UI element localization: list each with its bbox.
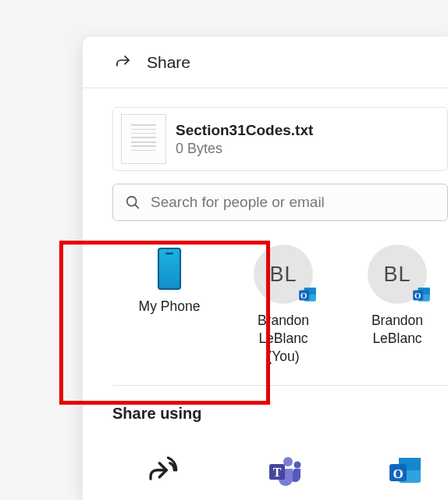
avatar-initials: BL bbox=[383, 262, 411, 287]
avatar: BL O bbox=[254, 245, 313, 304]
share-targets: My Phone BL O Brandon LeBlanc (You) bbox=[112, 245, 448, 386]
share-apps: T O bbox=[112, 451, 448, 493]
outlook-badge-icon: O bbox=[297, 284, 318, 305]
search-field[interactable] bbox=[112, 184, 448, 221]
share-target-label: Brandon LeBlanc (You) bbox=[248, 312, 318, 365]
avatar-initials: BL bbox=[269, 262, 297, 287]
svg-text:T: T bbox=[273, 466, 282, 479]
file-size: 0 Bytes bbox=[176, 141, 313, 157]
app-nearby-sharing[interactable] bbox=[144, 451, 186, 493]
svg-point-11 bbox=[294, 462, 301, 469]
file-name: Section31Codes.txt bbox=[176, 122, 313, 139]
share-dialog: Share Section31Codes.txt 0 Bytes bbox=[83, 37, 448, 500]
svg-point-10 bbox=[283, 457, 293, 466]
outlook-badge-icon: O bbox=[411, 284, 432, 305]
share-target-label: My Phone bbox=[139, 298, 201, 316]
teams-icon: T bbox=[266, 453, 304, 491]
titlebar: Share bbox=[83, 37, 448, 88]
svg-text:O: O bbox=[393, 466, 403, 481]
share-using-heading: Share using bbox=[112, 405, 448, 423]
outlook-icon: O bbox=[386, 453, 424, 491]
svg-line-1 bbox=[135, 205, 138, 208]
file-thumb-icon bbox=[121, 114, 166, 164]
share-target-person-self[interactable]: BL O Brandon LeBlanc (You) bbox=[248, 245, 318, 365]
phone-icon bbox=[158, 248, 181, 290]
search-input[interactable] bbox=[151, 194, 436, 211]
file-meta: Section31Codes.txt 0 Bytes bbox=[176, 122, 313, 157]
avatar: BL O bbox=[368, 245, 427, 304]
nearby-share-icon bbox=[144, 451, 186, 493]
share-target-label: Brandon LeBlanc bbox=[362, 312, 432, 348]
share-target-my-phone[interactable]: My Phone bbox=[134, 245, 204, 365]
search-icon bbox=[124, 194, 141, 211]
app-teams[interactable]: T bbox=[264, 451, 306, 493]
content-area: Section31Codes.txt 0 Bytes My Phone bbox=[83, 88, 448, 493]
svg-text:O: O bbox=[414, 291, 422, 300]
share-target-person[interactable]: BL O Brandon LeBlanc bbox=[362, 245, 432, 365]
share-icon bbox=[114, 53, 133, 72]
dialog-title: Share bbox=[147, 53, 190, 72]
svg-text:O: O bbox=[300, 291, 308, 300]
file-card: Section31Codes.txt 0 Bytes bbox=[112, 107, 448, 171]
app-outlook[interactable]: O bbox=[384, 451, 426, 493]
